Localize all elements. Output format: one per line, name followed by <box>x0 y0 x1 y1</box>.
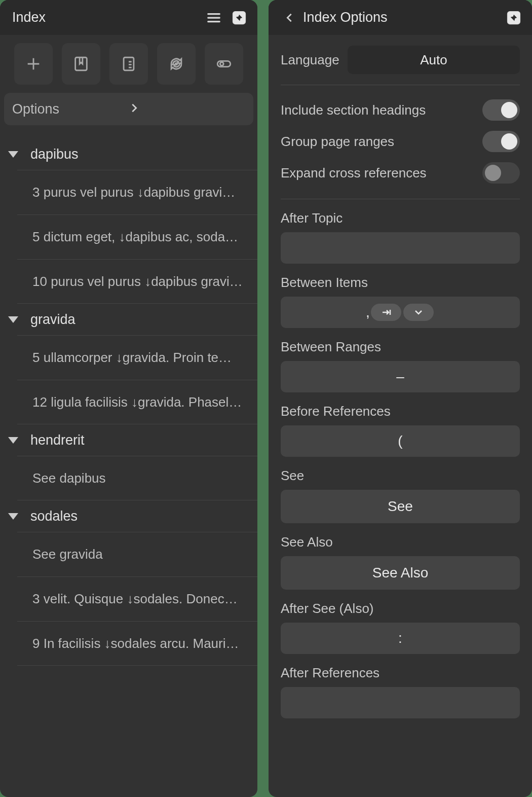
index-group-name: gravida <box>30 312 75 328</box>
chevron-down-icon[interactable] <box>403 304 434 321</box>
index-toolbar <box>0 35 257 93</box>
chevron-down-icon <box>8 437 18 444</box>
index-entry[interactable]: 3 purus vel purus ↓dapibus gravi… <box>17 170 257 214</box>
include-headings-label: Include section headings <box>281 102 482 118</box>
index-group-header[interactable]: gravida <box>0 304 257 335</box>
divider <box>281 199 520 199</box>
index-group-header[interactable]: sodales <box>0 500 257 532</box>
add-index-button[interactable] <box>14 43 53 85</box>
tab-token-icon[interactable] <box>371 304 401 321</box>
index-group-header[interactable]: hendrerit <box>0 424 257 456</box>
pin-icon[interactable] <box>505 9 523 27</box>
svg-point-5 <box>220 62 223 66</box>
see-also-label: See Also <box>281 534 520 550</box>
index-options-title: Index Options <box>303 10 498 25</box>
menu-icon[interactable] <box>205 9 223 27</box>
index-panel-header: Index <box>0 0 257 35</box>
back-button[interactable] <box>281 9 298 26</box>
index-group-name: dapibus <box>30 147 79 162</box>
index-options-body: Language Auto Include section headings G… <box>269 35 532 797</box>
chevron-down-icon <box>8 316 18 323</box>
after-topic-label: After Topic <box>281 210 520 226</box>
index-entry[interactable]: See gravida <box>17 532 257 576</box>
between-items-label: Between Items <box>281 275 520 291</box>
index-options-panel: Index Options Language Auto Include sect… <box>269 0 532 797</box>
index-title: Index <box>12 10 198 25</box>
index-entry[interactable]: 10 purus vel purus ↓dapibus gravi… <box>17 259 257 304</box>
after-references-field[interactable] <box>281 687 520 718</box>
index-panel: Index Options da <box>0 0 257 797</box>
between-items-field[interactable]: , <box>281 297 520 328</box>
group-ranges-label: Group page ranges <box>281 134 482 150</box>
between-ranges-label: Between Ranges <box>281 339 520 355</box>
expand-xrefs-row: Expand cross references <box>281 157 520 189</box>
expand-xrefs-toggle[interactable] <box>482 162 520 184</box>
index-entry[interactable]: See dapibus <box>17 456 257 500</box>
see-label: See <box>281 468 520 484</box>
options-label: Options <box>12 101 129 117</box>
index-entry-list: dapibus 3 purus vel purus ↓dapibus gravi… <box>0 125 257 797</box>
before-references-label: Before References <box>281 404 520 419</box>
group-ranges-row: Group page ranges <box>281 126 520 157</box>
index-entry[interactable]: 5 dictum eget, ↓dapibus ac, soda… <box>17 214 257 259</box>
see-also-field[interactable]: See Also <box>281 556 520 590</box>
after-see-label: After See (Also) <box>281 601 520 617</box>
index-entry[interactable]: 5 ullamcorper ↓gravida. Proin te… <box>17 335 257 380</box>
between-ranges-field[interactable]: – <box>281 361 520 392</box>
after-topic-field[interactable] <box>281 232 520 264</box>
pin-icon[interactable] <box>230 9 248 27</box>
refresh-button[interactable] <box>157 43 196 85</box>
svg-point-3 <box>175 63 177 64</box>
index-options-header: Index Options <box>269 0 532 35</box>
index-entry[interactable]: 12 ligula facilisis ↓gravida. Phasel… <box>17 380 257 424</box>
include-headings-toggle[interactable] <box>482 99 520 121</box>
bookmark-button[interactable] <box>62 43 100 85</box>
index-group-name: hendrerit <box>30 432 85 448</box>
after-see-field[interactable]: : <box>281 623 520 654</box>
svg-rect-1 <box>75 57 87 70</box>
options-row[interactable]: Options <box>4 93 253 125</box>
include-headings-row: Include section headings <box>281 94 520 126</box>
index-entry[interactable]: 3 velit. Quisque ↓sodales. Donec… <box>17 576 257 621</box>
chevron-right-icon <box>129 101 245 117</box>
language-select[interactable]: Auto <box>348 46 520 74</box>
see-field[interactable]: See <box>281 490 520 523</box>
index-entry[interactable]: 9 In facilisis ↓sodales arcu. Mauri… <box>17 621 257 666</box>
group-ranges-toggle[interactable] <box>482 131 520 152</box>
toggle-view-button[interactable] <box>205 43 243 85</box>
index-group-name: sodales <box>30 509 78 524</box>
before-references-field[interactable]: ( <box>281 425 520 457</box>
language-row: Language Auto <box>281 44 520 76</box>
chevron-down-icon <box>8 513 18 520</box>
index-group-header[interactable]: dapibus <box>0 138 257 170</box>
expand-xrefs-label: Expand cross references <box>281 165 482 181</box>
chevron-down-icon <box>8 151 18 158</box>
document-list-button[interactable] <box>109 43 148 85</box>
language-label: Language <box>281 52 348 68</box>
after-references-label: After References <box>281 665 520 681</box>
divider <box>281 85 520 85</box>
